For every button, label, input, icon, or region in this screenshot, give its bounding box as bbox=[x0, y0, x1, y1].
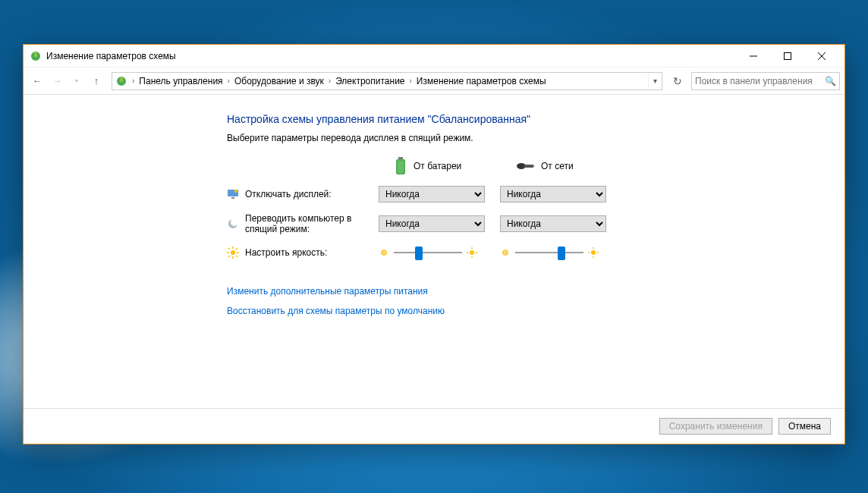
svg-rect-7 bbox=[120, 77, 123, 82]
svg-rect-3 bbox=[784, 52, 791, 59]
plug-icon bbox=[515, 161, 535, 171]
breadcrumb[interactable]: › Панель управления › Оборудование и зву… bbox=[112, 72, 662, 90]
advanced-settings-link[interactable]: Изменить дополнительные параметры питани… bbox=[227, 286, 652, 297]
chevron-right-icon[interactable]: › bbox=[327, 77, 332, 85]
power-options-icon bbox=[30, 50, 42, 62]
row-brightness: Настроить яркость: bbox=[227, 245, 652, 260]
column-header-battery: От батареи bbox=[379, 157, 500, 175]
svg-rect-8 bbox=[398, 157, 403, 159]
search-icon: 🔍 bbox=[825, 76, 836, 86]
search-box[interactable]: 🔍 bbox=[691, 72, 840, 90]
row-label-brightness: Настроить яркость: bbox=[245, 247, 327, 258]
close-button[interactable] bbox=[804, 45, 838, 67]
svg-rect-1 bbox=[34, 52, 37, 57]
search-input[interactable] bbox=[695, 76, 825, 86]
chevron-right-icon[interactable]: › bbox=[408, 77, 414, 85]
refresh-button[interactable]: ↻ bbox=[668, 72, 687, 90]
breadcrumb-history-dropdown[interactable]: ▾ bbox=[648, 73, 662, 89]
brightness-plugged-slider[interactable] bbox=[515, 245, 583, 260]
window-controls bbox=[736, 45, 838, 67]
chevron-right-icon[interactable]: › bbox=[226, 77, 231, 85]
svg-rect-10 bbox=[398, 161, 404, 173]
brightness-battery-slider[interactable] bbox=[394, 245, 462, 260]
svg-rect-15 bbox=[231, 197, 234, 199]
display-off-battery-select[interactable]: Никогда bbox=[379, 186, 485, 203]
column-header-plugged: От сети bbox=[500, 161, 621, 171]
sleep-battery-select[interactable]: Никогда bbox=[379, 215, 485, 232]
sun-dim-icon bbox=[500, 247, 511, 258]
svg-point-16 bbox=[234, 190, 237, 193]
svg-line-25 bbox=[236, 256, 237, 257]
row-label-display-off: Отключать дисплей: bbox=[245, 189, 332, 199]
sun-icon bbox=[227, 246, 239, 259]
sun-dim-icon bbox=[379, 247, 389, 258]
page-subtitle: Выберите параметры перевода дисплея в сп… bbox=[227, 133, 652, 143]
save-button[interactable]: Сохранить изменения bbox=[659, 418, 772, 435]
svg-rect-12 bbox=[524, 165, 533, 168]
content-area: Настройка схемы управления питанием "Сба… bbox=[24, 95, 844, 444]
breadcrumb-item[interactable]: Панель управления bbox=[136, 76, 225, 86]
cancel-button[interactable]: Отмена bbox=[778, 418, 831, 435]
sun-bright-icon bbox=[467, 247, 477, 258]
toolbar: ← → ▾ ↑ › Панель управления › Оборудован… bbox=[24, 68, 844, 95]
forward-button[interactable]: → bbox=[48, 72, 66, 90]
footer: Сохранить изменения Отмена bbox=[24, 408, 844, 444]
svg-point-19 bbox=[231, 250, 235, 255]
row-sleep: Переводить компьютер в спящий режим: Ник… bbox=[227, 213, 652, 234]
display-off-plugged-select[interactable]: Никогда bbox=[500, 186, 606, 203]
titlebar: Изменение параметров схемы bbox=[24, 45, 844, 68]
svg-point-36 bbox=[505, 252, 507, 254]
page-title: Настройка схемы управления питанием "Сба… bbox=[227, 113, 652, 125]
battery-icon bbox=[394, 157, 407, 175]
sun-bright-icon bbox=[588, 247, 599, 258]
breadcrumb-item[interactable]: Оборудование и звук bbox=[231, 76, 327, 86]
sleep-plugged-select[interactable]: Никогда bbox=[500, 215, 606, 232]
svg-point-30 bbox=[470, 250, 474, 255]
minimize-button[interactable] bbox=[736, 45, 770, 67]
row-display-off: Отключать дисплей: Никогда Никогда bbox=[227, 186, 652, 203]
power-options-icon bbox=[115, 75, 127, 87]
svg-line-26 bbox=[228, 256, 230, 257]
up-button[interactable]: ↑ bbox=[87, 72, 105, 90]
recent-button[interactable]: ▾ bbox=[68, 72, 86, 90]
svg-point-18 bbox=[231, 218, 238, 226]
svg-line-27 bbox=[236, 248, 237, 250]
breadcrumb-item[interactable]: Изменение параметров схемы bbox=[414, 76, 549, 86]
svg-point-29 bbox=[383, 252, 385, 254]
restore-defaults-link[interactable]: Восстановить для схемы параметры по умол… bbox=[227, 306, 652, 316]
back-button[interactable]: ← bbox=[28, 72, 46, 90]
maximize-button[interactable] bbox=[770, 45, 804, 67]
moon-icon bbox=[227, 218, 239, 230]
svg-point-37 bbox=[591, 250, 596, 255]
row-label-sleep: Переводить компьютер в спящий режим: bbox=[245, 213, 379, 234]
monitor-icon bbox=[227, 188, 239, 200]
chevron-right-icon[interactable]: › bbox=[131, 77, 136, 85]
control-panel-window: Изменение параметров схемы ← → ▾ ↑ › Пан… bbox=[23, 44, 845, 444]
breadcrumb-item[interactable]: Электропитание bbox=[332, 76, 407, 86]
window-title: Изменение параметров схемы bbox=[46, 51, 736, 61]
svg-line-24 bbox=[228, 248, 230, 250]
